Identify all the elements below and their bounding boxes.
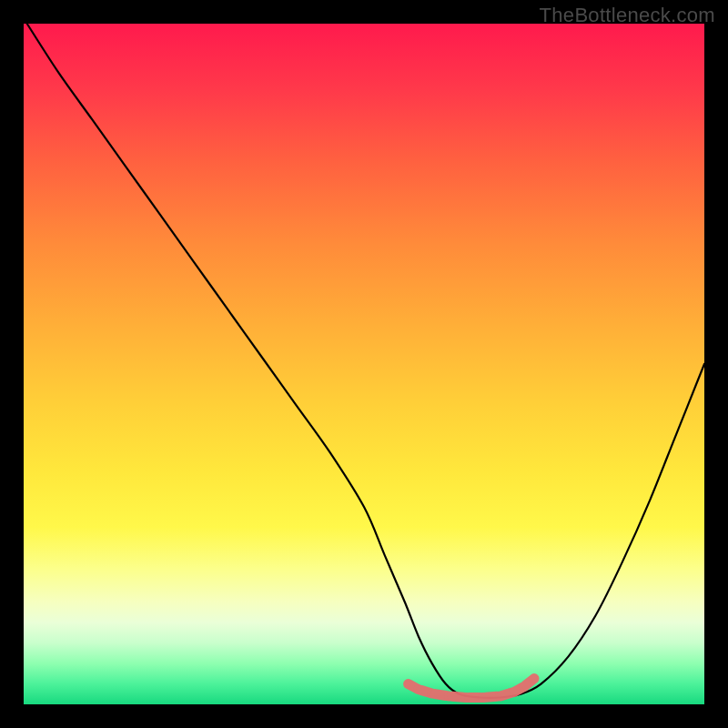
watermark-text: TheBottleneck.com [540,4,715,27]
plot-area [24,24,704,704]
chart-frame: TheBottleneck.com [0,0,728,728]
trough-marker-dot [530,673,540,683]
chart-svg [24,24,704,704]
bottleneck-curve [27,24,704,698]
trough-markers-group [403,673,539,703]
